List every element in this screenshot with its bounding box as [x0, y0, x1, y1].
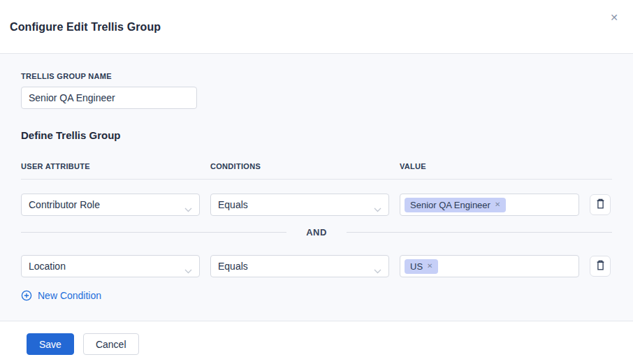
- delete-row-button[interactable]: [590, 194, 611, 215]
- configure-trellis-group-modal: Configure Edit Trellis Group ✕ TRELLIS G…: [0, 0, 633, 364]
- condition-select[interactable]: Equals: [210, 194, 389, 216]
- condition-select-value: Equals: [218, 199, 248, 210]
- user-attribute-select-value: Location: [29, 261, 66, 272]
- value-tag: US ✕: [405, 259, 438, 274]
- condition-row: Contributor Role Equals Senior QA Engine…: [21, 194, 612, 216]
- trash-icon: [595, 198, 606, 212]
- value-multiselect[interactable]: Senior QA Engineer ✕: [400, 194, 579, 216]
- delete-row-button[interactable]: [590, 256, 611, 277]
- chevron-down-icon: [184, 265, 192, 276]
- condition-row: Location Equals US ✕: [21, 255, 612, 277]
- modal-body: TRELLIS GROUP NAME Define Trellis Group …: [0, 54, 633, 321]
- chevron-down-icon: [374, 203, 381, 214]
- save-button[interactable]: Save: [27, 333, 74, 355]
- tag-remove-icon[interactable]: ✕: [427, 263, 432, 270]
- trellis-group-name-input[interactable]: [21, 87, 197, 109]
- and-operator-label: AND: [306, 227, 327, 238]
- chevron-down-icon: [374, 265, 381, 276]
- header-divider: [21, 179, 612, 180]
- conditions-column-header: CONDITIONS: [210, 162, 389, 170]
- define-trellis-group-heading: Define Trellis Group: [21, 129, 612, 141]
- modal-title: Configure Edit Trellis Group: [10, 21, 619, 34]
- cancel-button[interactable]: Cancel: [83, 333, 139, 355]
- value-multiselect[interactable]: US ✕: [400, 255, 579, 277]
- separator-line: [21, 232, 286, 233]
- chevron-down-icon: [184, 203, 192, 214]
- modal-header: Configure Edit Trellis Group ✕: [0, 0, 633, 54]
- new-condition-link[interactable]: New Condition: [21, 290, 101, 301]
- user-attribute-select-value: Contributor Role: [29, 199, 100, 210]
- plus-circle-icon: [21, 290, 32, 301]
- condition-column-headers: USER ATTRIBUTE CONDITIONS VALUE: [21, 162, 612, 170]
- user-attribute-select[interactable]: Contributor Role: [21, 194, 200, 216]
- new-condition-label: New Condition: [38, 290, 101, 301]
- condition-select-value: Equals: [218, 261, 248, 272]
- modal-footer: Save Cancel: [0, 321, 633, 364]
- trellis-group-name-label: TRELLIS GROUP NAME: [21, 72, 612, 80]
- user-attribute-column-header: USER ATTRIBUTE: [21, 162, 200, 170]
- and-separator: AND: [21, 219, 612, 245]
- tag-remove-icon[interactable]: ✕: [495, 201, 500, 208]
- trash-icon: [595, 260, 606, 273]
- user-attribute-select[interactable]: Location: [21, 255, 200, 277]
- value-tag-label: Senior QA Engineer: [410, 200, 490, 210]
- value-column-header: VALUE: [400, 162, 579, 170]
- close-icon[interactable]: ✕: [606, 10, 622, 25]
- value-tag: Senior QA Engineer ✕: [405, 198, 506, 212]
- separator-line: [347, 232, 612, 233]
- value-tag-label: US: [410, 261, 423, 272]
- condition-select[interactable]: Equals: [210, 255, 389, 277]
